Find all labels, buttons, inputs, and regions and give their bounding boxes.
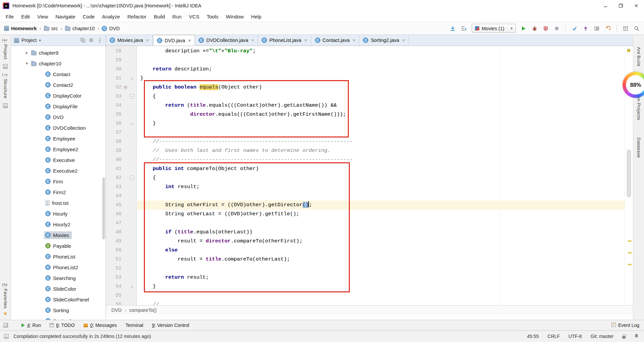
close-button[interactable]: × [629, 0, 644, 11]
fold-end-icon[interactable] [131, 122, 134, 125]
run-configuration-select[interactable]: Movies (1) ▾ [472, 24, 516, 33]
fold-region-icon[interactable]: − [130, 94, 134, 99]
tree-item-displayfile[interactable]: CDisplayFile [11, 101, 106, 112]
code-line-43[interactable]: int result; [140, 182, 200, 191]
tree-item-employee[interactable]: CEmployee [11, 133, 106, 144]
code-line-33[interactable]: { [140, 92, 156, 101]
collapse-all-icon[interactable] [80, 37, 86, 43]
warnings-indicator-icon[interactable] [627, 49, 630, 52]
vcs-rollback-icon[interactable] [604, 25, 611, 32]
tree-item-sorting[interactable]: CSorting [11, 305, 106, 316]
tool-window-button-favorites[interactable]: 2: Favorites [3, 283, 8, 308]
restore-button[interactable] [613, 0, 629, 11]
editor-breadcrumb-dvd[interactable]: DVD [111, 307, 122, 313]
menu-item-edit[interactable]: Edit [17, 11, 34, 22]
tool-window-button-messages[interactable]: 0: Messages [84, 323, 117, 328]
coverage-button[interactable] [542, 25, 549, 32]
menu-item-view[interactable]: View [34, 11, 52, 22]
menu-item-window[interactable]: Window [222, 11, 247, 22]
code-line-32[interactable]: public boolean equals(Object other) [140, 83, 262, 92]
code-line-41[interactable]: public int compareTo(Object other) [140, 164, 259, 173]
tree-item-movies[interactable]: CMovies [11, 230, 106, 240]
tree-item-chapter10[interactable]: ▾chapter10 [11, 58, 106, 69]
tree-item-executive[interactable]: CExecutive [11, 155, 106, 165]
menu-item-navigate[interactable]: Navigate [52, 11, 79, 22]
restore-layout-icon[interactable] [622, 25, 629, 32]
tab-close-icon[interactable]: × [146, 38, 149, 43]
tool-window-button-event-log[interactable]: Event Log [611, 323, 639, 328]
code-line-35[interactable]: director.equals(((Contact)other).getFirs… [140, 110, 346, 119]
tree-item-dvd[interactable]: CDVD [11, 112, 106, 122]
tree-item-executive2[interactable]: CExecutive2 [11, 165, 106, 176]
editor-breadcrumb-compareto[interactable]: compareTo() [129, 307, 156, 313]
tab-close-icon[interactable]: × [251, 38, 254, 43]
encoding-widget[interactable]: UTF-8 [569, 334, 582, 339]
tool-window-button-version-control[interactable]: 9: Version Control [152, 323, 189, 328]
code-line-48[interactable]: if (title.equals(otherLast)) [140, 228, 253, 237]
code-line-50[interactable]: else [140, 246, 178, 255]
tab-close-icon[interactable]: × [402, 38, 405, 43]
chevron-down-icon[interactable]: ▾ [39, 38, 41, 43]
tree-item-slidecolor[interactable]: CSlideColor [11, 283, 106, 294]
code-line-31[interactable]: } [140, 74, 143, 83]
code-line-38[interactable]: //--------------------------------------… [140, 137, 353, 146]
code-line-45[interactable]: String otherFirst = ((DVD)other).getDire… [140, 201, 312, 210]
readonly-lock-icon[interactable] [622, 336, 626, 339]
tree-item-contact[interactable]: CContact [11, 69, 106, 79]
menu-item-refactor[interactable]: Refactor [124, 11, 150, 22]
tool-window-button-todo[interactable]: 6: TODO [50, 323, 75, 328]
code-editor[interactable]: 282930313233−343536373839404142−43444546… [106, 46, 633, 305]
code-line-49[interactable]: result = director.compareTo(otherFirst); [140, 237, 303, 246]
tree-item-contact2[interactable]: CContact2 [11, 79, 106, 90]
tab-movies-java[interactable]: CMovies.java× [106, 35, 153, 46]
menu-item-file[interactable]: File [2, 11, 17, 22]
code-line-28[interactable]: description +="\t"+"Blu-ray"; [140, 47, 256, 56]
tool-window-button-project[interactable]: 1: Project [3, 39, 8, 59]
code-line-34[interactable]: return (title.equals(((Contact)other).ge… [140, 101, 337, 110]
stop-button[interactable] [553, 25, 560, 32]
breadcrumb-item-dvd[interactable]: CDVD [102, 25, 120, 31]
menu-item-help[interactable]: Help [248, 11, 265, 22]
tree-item-searching[interactable]: CSearching [11, 273, 106, 283]
tree-item-firm2[interactable]: CFirm2 [11, 187, 106, 197]
tool-window-button-terminal[interactable]: Terminal [125, 323, 143, 328]
tool-window-button-run[interactable]: 4: Run [21, 323, 41, 328]
tab-close-icon[interactable]: × [188, 38, 191, 43]
code-line-40[interactable]: //--------------------------------------… [140, 155, 353, 164]
breadcrumb-item-homework[interactable]: Homework [4, 25, 37, 31]
tab-close-icon[interactable]: × [353, 38, 355, 43]
tab-sorting2-java[interactable]: CSorting2.java× [359, 35, 409, 46]
tree-item-hourly2[interactable]: CHourly2 [11, 219, 106, 230]
menu-item-tools[interactable]: Tools [203, 11, 222, 22]
menu-item-run[interactable]: Run [169, 11, 185, 22]
tree-item-slidecolorpanel[interactable]: CSlideColorPanel [11, 294, 106, 305]
caret-position-widget[interactable]: 45:55 [527, 334, 539, 339]
tree-item-dvdcollection[interactable]: CDVDCollection [11, 122, 106, 133]
tool-window-button-structure[interactable]: 7: Structure [3, 73, 8, 99]
chevron-collapsed-icon[interactable]: ▸ [24, 50, 30, 55]
settings-gear-icon[interactable] [88, 37, 94, 43]
fold-region-icon[interactable]: − [130, 176, 134, 180]
tool-windows-toggle-icon[interactable] [4, 334, 9, 339]
code-line-53[interactable]: return result; [140, 273, 209, 282]
tree-item-employee2[interactable]: CEmployee2 [11, 144, 106, 155]
minimize-button[interactable] [598, 0, 613, 11]
tab-contact-java[interactable]: CContact.java× [311, 35, 360, 46]
tab-close-icon[interactable]: × [304, 38, 307, 43]
code-line-51[interactable]: result = title.compareTo(otherLast); [140, 255, 290, 264]
code-line-30[interactable]: return description; [140, 65, 212, 74]
fold-end-icon[interactable] [131, 285, 134, 288]
tree-item-payable[interactable]: IPayable [11, 240, 106, 251]
tool-window-button-database[interactable]: Database [636, 137, 641, 158]
vcs-commit-icon[interactable] [571, 25, 578, 32]
tree-item-chapter9[interactable]: ▸chapter9 [11, 47, 106, 58]
tab-dvd-java[interactable]: CDVD.java× [153, 35, 195, 46]
breadcrumb-item-src[interactable]: src [44, 25, 58, 31]
code-line-54[interactable]: } [140, 282, 156, 291]
menu-item-analyze[interactable]: Analyze [98, 11, 123, 22]
code-line-36[interactable]: } [140, 119, 156, 128]
chevron-expanded-icon[interactable]: ▾ [24, 61, 30, 66]
menu-item-build[interactable]: Build [150, 11, 168, 22]
vcs-push-icon[interactable] [582, 25, 589, 32]
project-tree-scrollbar[interactable] [102, 177, 105, 239]
